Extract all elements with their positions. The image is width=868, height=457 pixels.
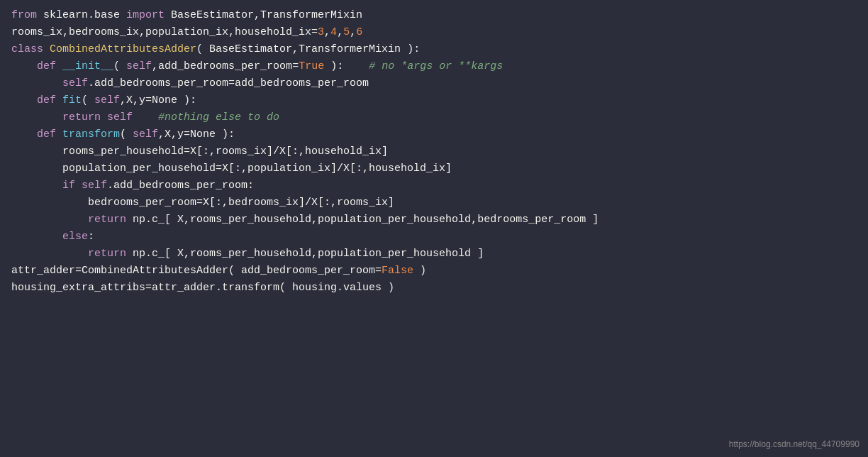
code-line-3: class CombinedAttributesAdder( BaseEstim… bbox=[11, 41, 857, 58]
code-line-4: def __init__( self,add_bedrooms_per_room… bbox=[11, 58, 857, 75]
code-line-13: return np.c_[ X,rooms_per_household,popu… bbox=[11, 211, 857, 228]
code-line-17: housing_extra_attribs=attr_adder.transfo… bbox=[11, 280, 857, 297]
code-line-14: else: bbox=[11, 228, 857, 246]
code-line-9: rooms_per_household=X[:,rooms_ix]/X[:,ho… bbox=[11, 143, 857, 160]
code-line-1: from sklearn.base import BaseEstimator,T… bbox=[11, 7, 857, 24]
code-line-6: def fit( self,X,y=None ): bbox=[11, 92, 857, 109]
code-editor: from sklearn.base import BaseEstimator,T… bbox=[0, 0, 868, 457]
code-line-11: if self.add_bedrooms_per_room: bbox=[11, 177, 857, 194]
code-line-2: rooms_ix,bedrooms_ix,population_ix,house… bbox=[11, 24, 857, 41]
code-line-5: self.add_bedrooms_per_room=add_bedrooms_… bbox=[11, 75, 857, 92]
code-line-7: return self #nothing else to do bbox=[11, 109, 857, 126]
watermark: https://blog.csdn.net/qq_44709990 bbox=[729, 438, 859, 451]
code-line-10: population_per_household=X[:,population_… bbox=[11, 160, 857, 177]
code-line-15: return np.c_[ X,rooms_per_household,popu… bbox=[11, 246, 857, 263]
code-line-12: bedrooms_per_room=X[:,bedrooms_ix]/X[:,r… bbox=[11, 194, 857, 211]
code-line-16: attr_adder=CombinedAttributesAdder( add_… bbox=[11, 263, 857, 280]
code-line-8: def transform( self,X,y=None ): bbox=[11, 126, 857, 143]
